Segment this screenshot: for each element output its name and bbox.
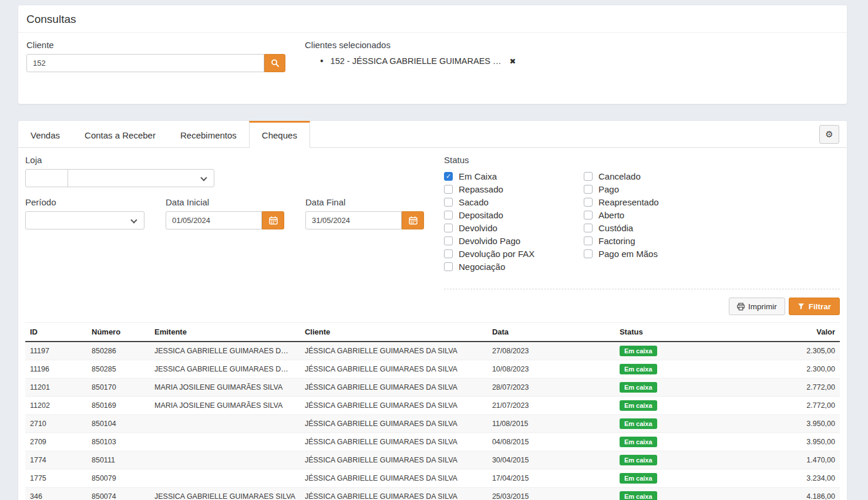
cell-cliente: JÉSSICA GABRIELLE GUIMARAES DA SILVA xyxy=(300,469,487,487)
tab-cheques[interactable]: Cheques xyxy=(249,121,310,148)
table-header-row: ID Número Emitente Cliente Data Status V… xyxy=(25,323,840,342)
status-option-label: Devolvido xyxy=(459,223,497,233)
checkbox-negociação[interactable] xyxy=(444,262,453,271)
remove-client-icon[interactable]: ✖ xyxy=(510,57,516,66)
status-option-label: Cancelado xyxy=(598,171,641,181)
data-inicial-calendar-button[interactable] xyxy=(262,211,284,229)
data-inicial-label: Data Inicial xyxy=(166,197,284,207)
col-header-status: Status xyxy=(615,323,737,342)
cell-data: 28/07/2023 xyxy=(487,378,615,396)
cell-status: Em caixa xyxy=(615,342,737,360)
cliente-search-input[interactable] xyxy=(26,54,264,72)
cell-id: 2710 xyxy=(25,414,87,433)
loja-code-input[interactable] xyxy=(25,169,68,187)
status-option: Pago xyxy=(584,183,659,195)
checkbox-pago[interactable] xyxy=(584,185,593,194)
checkbox-devolução-por-fax[interactable] xyxy=(444,249,453,258)
tab-recebimentos[interactable]: Recebimentos xyxy=(168,121,249,147)
status-option: Depositado xyxy=(444,208,584,221)
cheques-table: ID Número Emitente Cliente Data Status V… xyxy=(25,322,840,500)
data-final-calendar-button[interactable] xyxy=(402,211,424,229)
calendar-icon xyxy=(269,216,278,225)
table-row[interactable]: 11196850285JESSICA GABRIELLE GUIMARAES D… xyxy=(25,360,840,378)
status-badge: Em caixa xyxy=(620,455,657,465)
cell-data: 10/08/2023 xyxy=(487,360,615,378)
cell-valor: 3.234,00 xyxy=(737,469,840,487)
status-option: Devolvido Pago xyxy=(444,234,584,247)
status-badge: Em caixa xyxy=(620,437,657,447)
status-badge: Em caixa xyxy=(620,473,657,484)
table-row[interactable]: 11197850286JESSICA GABRIELLE GUIMARAES D… xyxy=(25,342,840,360)
selected-client-item: • 152 - JÉSSICA GABRIELLE GUIMARAES … ✖ xyxy=(320,56,516,66)
cell-emitente: JESSICA GABRIELLE GUIMARAES D… xyxy=(150,342,300,360)
status-option-label: Reapresentado xyxy=(598,197,659,207)
cell-cliente: JÉSSICA GABRIELLE GUIMARAES DA SILVA xyxy=(300,396,487,414)
data-inicial-input[interactable] xyxy=(166,211,262,229)
filter-icon xyxy=(798,303,805,310)
filtrar-label: Filtrar xyxy=(809,302,831,311)
periodo-select[interactable] xyxy=(25,211,144,229)
cell-cliente: JÉSSICA GABRIELLE GUIMARAES DA SILVA xyxy=(300,451,487,469)
status-option-label: Pago xyxy=(598,184,619,194)
table-row[interactable]: 2709850103JÉSSICA GABRIELLE GUIMARAES DA… xyxy=(25,433,840,451)
bullet-icon: • xyxy=(320,56,324,66)
checkbox-depositado[interactable] xyxy=(444,211,453,219)
table-row[interactable]: 11202850169MARIA JOSILENE GUIMARÃES SILV… xyxy=(25,396,840,414)
checkbox-aberto[interactable] xyxy=(584,211,593,219)
cell-status: Em caixa xyxy=(615,469,737,487)
cell-id: 11196 xyxy=(25,360,87,378)
status-label: Status xyxy=(444,155,840,165)
search-icon xyxy=(271,59,280,67)
status-option: Sacado xyxy=(444,195,584,208)
checkbox-sacado[interactable] xyxy=(444,198,453,207)
data-final-group: Data Final xyxy=(305,197,424,229)
filtrar-button[interactable]: Filtrar xyxy=(789,298,840,315)
checkbox-custódia[interactable] xyxy=(584,224,593,232)
cell-data: 21/07/2023 xyxy=(487,396,615,414)
cliente-search-button[interactable] xyxy=(264,54,285,72)
cell-id: 2709 xyxy=(25,433,87,451)
tab-contas-a-receber[interactable]: Contas a Receber xyxy=(72,121,168,147)
cell-cliente: JÉSSICA GABRIELLE GUIMARAES DA SILVA xyxy=(300,433,487,451)
selected-client-text: 152 - JÉSSICA GABRIELLE GUIMARAES … xyxy=(331,56,502,66)
cell-valor: 1.470,00 xyxy=(737,451,840,469)
checkbox-devolvido-pago[interactable] xyxy=(444,237,453,245)
checkbox-factoring[interactable] xyxy=(584,237,593,245)
cell-status: Em caixa xyxy=(615,396,737,414)
cell-emitente xyxy=(150,433,300,451)
cliente-label: Cliente xyxy=(26,40,285,50)
status-badge: Em caixa xyxy=(620,364,657,374)
status-badge: Em caixa xyxy=(620,346,657,356)
cell-emitente: JESSICA GABRIELLE GUIMARAES SILVA xyxy=(150,487,300,500)
table-row[interactable]: 346850074JESSICA GABRIELLE GUIMARAES SIL… xyxy=(25,487,840,500)
table-row[interactable]: 1775850079JÉSSICA GABRIELLE GUIMARAES DA… xyxy=(25,469,840,487)
imprimir-label: Imprimir xyxy=(748,302,777,311)
status-badge: Em caixa xyxy=(620,400,657,411)
tab-vendas[interactable]: Vendas xyxy=(18,121,72,147)
status-badge: Em caixa xyxy=(620,382,657,393)
checkbox-repassado[interactable] xyxy=(444,185,453,194)
cell-status: Em caixa xyxy=(615,487,737,500)
cell-numero: 850286 xyxy=(87,342,150,360)
data-final-input[interactable] xyxy=(305,211,402,229)
table-row[interactable]: 11201850170MARIA JOSILENE GUIMARÃES SILV… xyxy=(25,378,840,396)
checkbox-em-caixa[interactable]: ✓ xyxy=(444,172,453,181)
status-option-label: Aberto xyxy=(598,210,624,220)
table-row[interactable]: 2710850104JÉSSICA GABRIELLE GUIMARAES DA… xyxy=(25,414,840,433)
imprimir-button[interactable]: Imprimir xyxy=(729,298,785,315)
table-row[interactable]: 1774850111JÉSSICA GABRIELLE GUIMARAES DA… xyxy=(25,451,840,469)
cell-data: 04/08/2015 xyxy=(487,433,615,451)
cell-data: 17/04/2015 xyxy=(487,469,615,487)
loja-label: Loja xyxy=(25,155,433,165)
clientes-selecionados-label: Clientes selecionados xyxy=(305,40,516,50)
cell-valor: 3.950,00 xyxy=(737,414,840,433)
cell-id: 11201 xyxy=(25,378,87,396)
settings-button[interactable]: ⚙ xyxy=(819,125,839,144)
col-header-id: ID xyxy=(25,323,87,342)
checkbox-devolvido[interactable] xyxy=(444,224,453,232)
checkbox-cancelado[interactable] xyxy=(584,172,593,181)
checkbox-pago-em-mãos[interactable] xyxy=(584,249,593,258)
cell-id: 11202 xyxy=(25,396,87,414)
checkbox-reapresentado[interactable] xyxy=(584,198,593,207)
loja-select[interactable] xyxy=(68,169,214,187)
